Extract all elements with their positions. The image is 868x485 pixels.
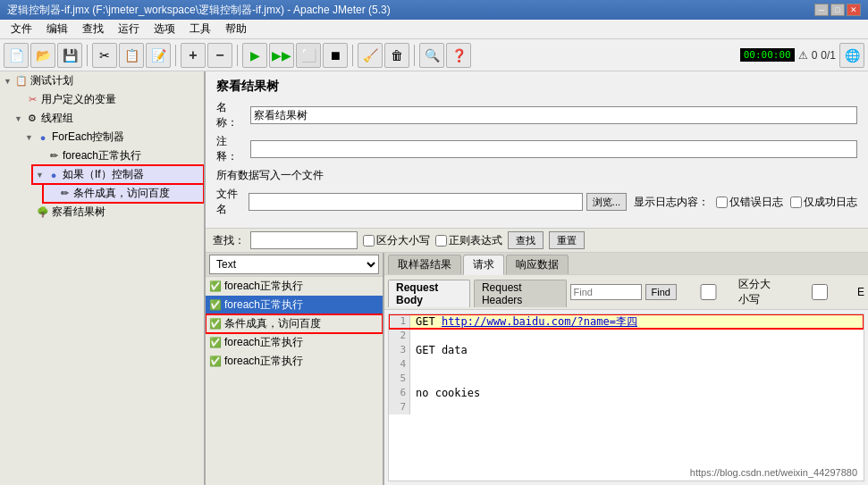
detail-panel: 取样器结果 请求 响应数据 Request Body Request Heade…	[384, 253, 868, 485]
open-button[interactable]: 📂	[30, 43, 55, 68]
error-only-label[interactable]: 仅错误日志	[716, 195, 783, 210]
detail-case-checkbox[interactable]	[680, 284, 737, 300]
browse-button[interactable]: 浏览...	[586, 193, 627, 211]
result-item-1[interactable]: ✅ foreach正常执行	[206, 277, 383, 296]
tab-request[interactable]: 请求	[463, 255, 504, 275]
toolbar-sep3	[237, 45, 238, 66]
copy-button[interactable]: 📋	[119, 43, 144, 68]
shutdown-button[interactable]: ⏹	[323, 43, 348, 68]
tree-item-result-tree[interactable]: 🌳 察看结果树	[21, 203, 204, 222]
search-input[interactable]	[250, 231, 358, 249]
stop-button[interactable]: ⬜	[296, 43, 321, 68]
find-button[interactable]: 查找	[508, 231, 544, 249]
arrow-if-ctrl: ▼	[36, 171, 46, 180]
file-input[interactable]	[249, 193, 583, 211]
result-label-1: foreach正常执行	[224, 279, 303, 294]
result-item-4[interactable]: ✅ foreach正常执行	[206, 333, 383, 352]
minimize-button[interactable]: ─	[814, 4, 829, 16]
line-content-6: no cookies	[410, 386, 480, 400]
menu-item-1[interactable]: 编辑	[39, 20, 75, 38]
save-button[interactable]: 💾	[57, 43, 82, 68]
line-content-3: GET data	[410, 343, 468, 357]
tree-item-foreach-exec[interactable]: ✏ foreach正常执行	[32, 146, 204, 165]
icon-if-ctrl: ●	[46, 168, 61, 182]
detail-extra-check[interactable]: E	[784, 284, 864, 300]
remove-button[interactable]: −	[207, 43, 232, 68]
success-only-label[interactable]: 仅成功日志	[790, 195, 857, 210]
result-label-3: 条件成真，访问百度	[224, 316, 321, 331]
remote-button[interactable]: 🌐	[839, 43, 864, 68]
line-content-7	[410, 400, 416, 414]
start-no-pause-button[interactable]: ▶▶	[269, 43, 294, 68]
result-item-2[interactable]: ✅ foreach正常执行	[206, 296, 383, 314]
detail-search-input[interactable]	[570, 284, 642, 300]
icon-result-tree: 🌳	[36, 205, 50, 220]
menu-item-4[interactable]: 选项	[147, 20, 182, 38]
search-button[interactable]: 🔍	[419, 43, 444, 68]
tree-item-test-plan[interactable]: ▼ 📋 测试计划	[0, 71, 204, 90]
reset-button[interactable]: 重置	[549, 231, 585, 249]
status-icon-2: ✅	[209, 299, 222, 311]
results-toolbar: Text HTML JSON XML	[206, 253, 383, 277]
menu-item-3[interactable]: 运行	[111, 20, 147, 38]
format-select[interactable]: Text HTML JSON XML	[209, 255, 379, 274]
case-sensitive-checkbox[interactable]	[363, 235, 375, 247]
log-content-label: 显示日志内容：	[634, 195, 709, 210]
menu-item-0[interactable]: 文件	[4, 20, 39, 38]
counter-display: 0/1	[821, 49, 836, 62]
arrow-thread-group: ▼	[14, 114, 25, 123]
paste-button[interactable]: 📝	[146, 43, 171, 68]
maximize-button[interactable]: □	[830, 4, 845, 16]
line-num-3: 3	[389, 343, 410, 357]
menu-item-5[interactable]: 工具	[182, 20, 218, 38]
comment-input[interactable]	[250, 140, 857, 158]
tree-item-thread-group[interactable]: ▼ ⚙ 线程组	[11, 109, 204, 128]
line-num-7: 7	[389, 400, 410, 414]
detail-case-check[interactable]: 区分大小写	[680, 277, 780, 307]
menu-item-2[interactable]: 查找	[75, 20, 111, 38]
timer-display: 00:00:00	[740, 48, 795, 62]
title-text: 逻辑控制器-if.jmx (F:\jmeter_workspace\逻辑控制器-…	[7, 3, 391, 18]
clear-button[interactable]: 🧹	[358, 43, 383, 68]
menu-item-6[interactable]: 帮助	[218, 20, 254, 38]
add-button[interactable]: +	[181, 43, 206, 68]
tree-item-user-vars[interactable]: ✂ 用户定义的变量	[11, 90, 204, 109]
icon-foreach-exec: ✏	[46, 149, 61, 163]
detail-extra-checkbox[interactable]	[784, 284, 855, 300]
help-button[interactable]: ❓	[446, 43, 471, 68]
comment-label: 注释：	[216, 134, 245, 164]
regex-check[interactable]: 正则表达式	[435, 233, 502, 248]
icon-thread-group: ⚙	[25, 112, 39, 126]
detail-find-button[interactable]: Find	[645, 284, 677, 300]
icon-condition-exec: ✏	[57, 187, 72, 201]
tree-item-condition-exec[interactable]: ✏ 条件成真，访问百度	[43, 184, 204, 203]
cut-button[interactable]: ✂	[92, 43, 117, 68]
label-foreach-ctrl: ForEach控制器	[52, 130, 124, 145]
result-item-3[interactable]: ✅ 条件成真，访问百度	[206, 314, 383, 333]
tree-item-foreach-ctrl[interactable]: ▼ ● ForEach控制器	[21, 128, 204, 146]
case-sensitive-check[interactable]: 区分大小写	[363, 233, 430, 248]
name-label: 名称：	[216, 100, 245, 130]
error-only-checkbox[interactable]	[716, 197, 728, 208]
clear-all-button[interactable]: 🗑	[384, 43, 409, 68]
result-item-5[interactable]: ✅ foreach正常执行	[206, 352, 383, 371]
detail-tabs: 取样器结果 请求 响应数据	[384, 253, 868, 275]
tab-sampler-result[interactable]: 取样器结果	[388, 255, 461, 274]
main-container: ▼ 📋 测试计划 ✂ 用户定义的变量 ▼ ⚙ 线程组 ▼ ● ForEach控制…	[0, 71, 868, 485]
sub-tab-request-body[interactable]: Request Body	[388, 280, 470, 307]
tab-response-data[interactable]: 响应数据	[506, 255, 569, 274]
sub-tab-request-headers[interactable]: Request Headers	[474, 280, 567, 307]
tree-item-if-ctrl[interactable]: ▼ ● 如果（If）控制器	[32, 165, 204, 184]
start-button[interactable]: ▶	[242, 43, 267, 68]
close-button[interactable]: ✕	[847, 4, 861, 16]
name-input[interactable]	[250, 106, 857, 124]
label-test-plan: 测试计划	[30, 73, 73, 88]
toolbar-sep1	[87, 45, 88, 66]
status-icon-5: ✅	[209, 355, 222, 367]
new-button[interactable]: 📄	[4, 43, 29, 68]
url-link[interactable]: http://www.baidu.com/?name=李四	[442, 315, 637, 328]
regex-checkbox[interactable]	[435, 235, 447, 247]
search-label: 查找：	[213, 233, 245, 248]
success-only-checkbox[interactable]	[790, 197, 802, 208]
search-right: Find 区分大小写 E	[570, 277, 864, 309]
